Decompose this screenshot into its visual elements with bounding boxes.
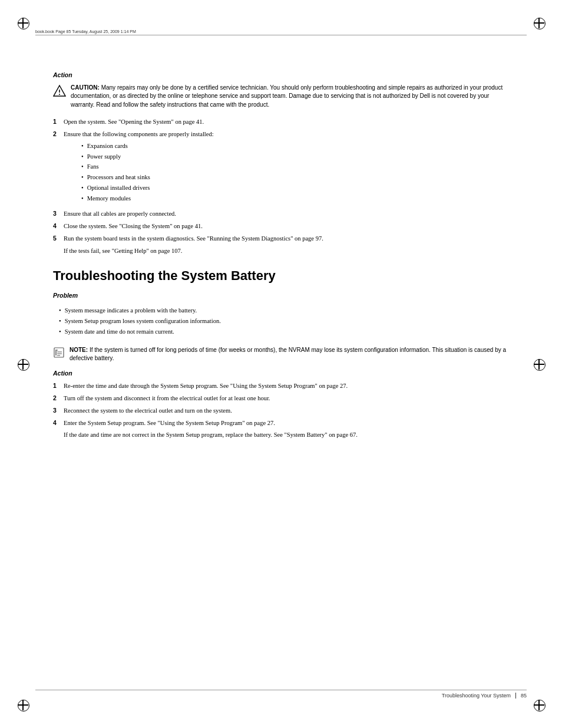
reg-mark-tl — [18, 18, 28, 28]
bullet-processors: Processors and heat sinks — [81, 173, 509, 182]
battery-step-3: 3 Reconnect the system to the electrical… — [53, 406, 509, 416]
bullet-power: Power supply — [81, 152, 509, 162]
action-heading-1: Action — [53, 71, 509, 80]
action-steps-list: 1 Open the system. See "Opening the Syst… — [53, 117, 509, 243]
problem-bullet-1: System message indicates a problem with … — [59, 306, 509, 315]
reg-mark-bl — [18, 700, 28, 710]
battery-step-1: 1 Re-enter the time and date through the… — [53, 381, 509, 391]
note-label: NOTE: — [70, 347, 88, 353]
step-2: 2 Ensure that the following components a… — [53, 130, 509, 206]
battery-step-2: 2 Turn off the system and disconnect it … — [53, 394, 509, 403]
bullet-memory: Memory modules — [81, 194, 509, 203]
problem-bullets: System message indicates a problem with … — [59, 304, 509, 340]
bullet-fans: Fans — [81, 162, 509, 172]
reg-mark-mr — [534, 359, 544, 370]
main-content: Action CAUTION: Many repairs may only be… — [53, 71, 509, 440]
caution-icon — [53, 84, 66, 97]
step-3: 3 Ensure that all cables are properly co… — [53, 209, 509, 219]
caution-box: CAUTION: Many repairs may only be done b… — [53, 84, 509, 110]
note-icon — [53, 347, 65, 358]
problem-bullet-2: System Setup program loses system config… — [59, 317, 509, 326]
problem-bullet-3: System date and time do not remain curre… — [59, 327, 509, 337]
reg-mark-br — [534, 700, 544, 710]
action-heading-2: Action — [53, 369, 509, 378]
footer: Troubleshooting Your System 85 — [35, 690, 527, 699]
note-text: NOTE: If the system is turned off for lo… — [70, 346, 509, 363]
caution-text: CAUTION: Many repairs may only be done b… — [71, 84, 509, 110]
battery-action-steps: 1 Re-enter the time and date through the… — [53, 381, 509, 427]
footer-section-label: Troubleshooting Your System — [442, 693, 511, 699]
bullet-drivers: Optional installed drivers — [81, 183, 509, 193]
step-4: 4 Close the system. See "Closing the Sys… — [53, 222, 509, 231]
step-5-continuation: If the tests fail, see "Getting Help" on… — [64, 246, 509, 256]
step-1: 1 Open the system. See "Opening the Syst… — [53, 117, 509, 127]
svg-point-2 — [59, 94, 60, 95]
reg-mark-ml — [18, 359, 28, 370]
bullet-expansion: Expansion cards — [81, 141, 509, 151]
step-5: 5 Run the system board tests in the syst… — [53, 234, 509, 243]
note-box: NOTE: If the system is turned off for lo… — [53, 346, 509, 363]
page: book.book Page 85 Tuesday, August 25, 20… — [0, 0, 562, 728]
problem-heading: Problem — [53, 291, 509, 301]
battery-step-4: 4 Enter the System Setup program. See "U… — [53, 419, 509, 428]
header-text: book.book Page 85 Tuesday, August 25, 20… — [35, 29, 136, 34]
reg-mark-tr — [534, 18, 544, 28]
components-list: Expansion cards Power supply Fans Proces… — [81, 139, 509, 207]
footer-divider — [515, 693, 516, 699]
note-body: If the system is turned off for long per… — [70, 347, 506, 362]
battery-step-4-continuation: If the date and time are not correct in … — [64, 430, 509, 440]
battery-section-title: Troubleshooting the System Battery — [53, 268, 509, 284]
caution-body: Many repairs may only be done by a certi… — [71, 84, 503, 108]
footer-page-number: 85 — [521, 693, 527, 699]
header-bar: book.book Page 85 Tuesday, August 25, 20… — [35, 29, 527, 35]
caution-label: CAUTION: — [71, 84, 100, 91]
